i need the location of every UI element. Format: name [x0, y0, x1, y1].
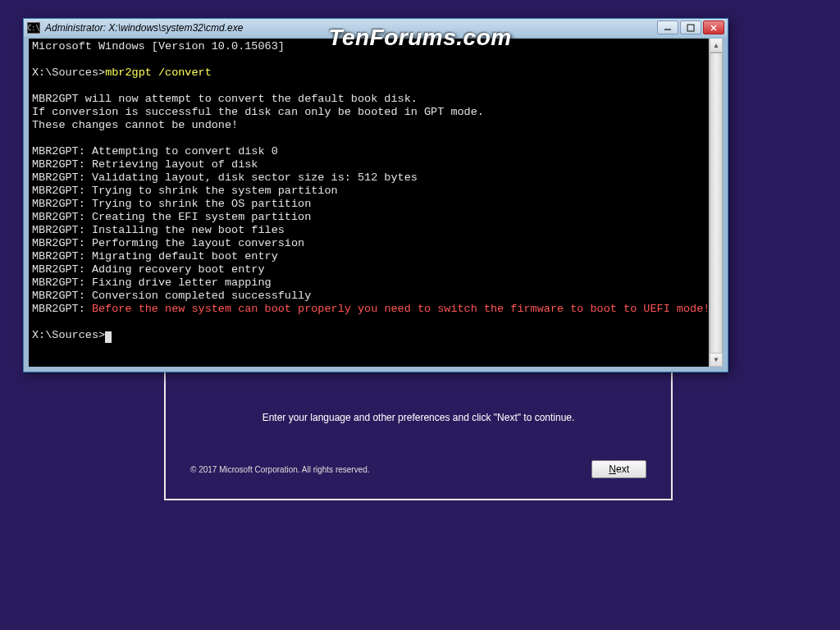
output-line: MBR2GPT: Retrieving layout of disk — [32, 158, 258, 171]
output-line: MBR2GPT: Trying to shrink the system par… — [32, 185, 338, 197]
cursor — [105, 331, 112, 343]
command-input: mbr2gpt /convert — [105, 66, 212, 79]
output-line: MBR2GPT: Migrating default boot entry — [32, 250, 278, 262]
scroll-thumb[interactable] — [710, 52, 723, 356]
prompt-path: X:\Sources> — [32, 329, 105, 341]
maximize-button[interactable] — [680, 21, 701, 34]
output-line: MBR2GPT: Performing the layout conversio… — [32, 237, 304, 249]
terminal-output[interactable]: Microsoft Windows [Version 10.0.15063] X… — [29, 39, 723, 367]
prompt-path: X:\Sources> — [32, 66, 105, 79]
vertical-scrollbar[interactable]: ▲ ▼ — [709, 39, 723, 367]
output-line: MBR2GPT: Fixing drive letter mapping — [32, 276, 272, 289]
cmd-window: C:\ Administrator: X:\windows\system32\c… — [23, 18, 728, 372]
output-line: MBR2GPT: Validating layout, disk sector … — [32, 171, 418, 184]
setup-instruction-text: Enter your language and other preference… — [190, 412, 646, 423]
next-button[interactable]: Next — [591, 460, 646, 478]
output-line: MBR2GPT: — [32, 303, 92, 315]
output-line: These changes cannot be undone! — [32, 119, 238, 131]
output-line: MBR2GPT: Installing the new boot files — [32, 224, 285, 236]
copyright-text: © 2017 Microsoft Corporation. All rights… — [190, 465, 370, 474]
output-line: Microsoft Windows [Version 10.0.15063] — [32, 40, 285, 52]
cmd-icon: C:\ — [27, 22, 40, 34]
scroll-up-button[interactable]: ▲ — [710, 39, 723, 52]
output-line: MBR2GPT will now attempt to convert the … — [32, 93, 418, 105]
output-line: MBR2GPT: Creating the EFI system partiti… — [32, 211, 311, 223]
output-line: MBR2GPT: Attempting to convert disk 0 — [32, 145, 278, 158]
output-line: MBR2GPT: Conversion completed successful… — [32, 290, 311, 302]
output-line: If conversion is successful the disk can… — [32, 106, 484, 118]
warning-text: Before the new system can boot properly … — [92, 303, 710, 315]
output-line: MBR2GPT: Trying to shrink the OS partiti… — [32, 198, 311, 210]
minimize-button[interactable] — [657, 21, 678, 34]
svg-rect-1 — [687, 25, 694, 31]
scroll-down-button[interactable]: ▼ — [710, 353, 723, 367]
output-line: MBR2GPT: Adding recovery boot entry — [32, 263, 265, 276]
close-button[interactable] — [703, 21, 724, 34]
watermark-text: TenForums.com — [328, 25, 511, 51]
